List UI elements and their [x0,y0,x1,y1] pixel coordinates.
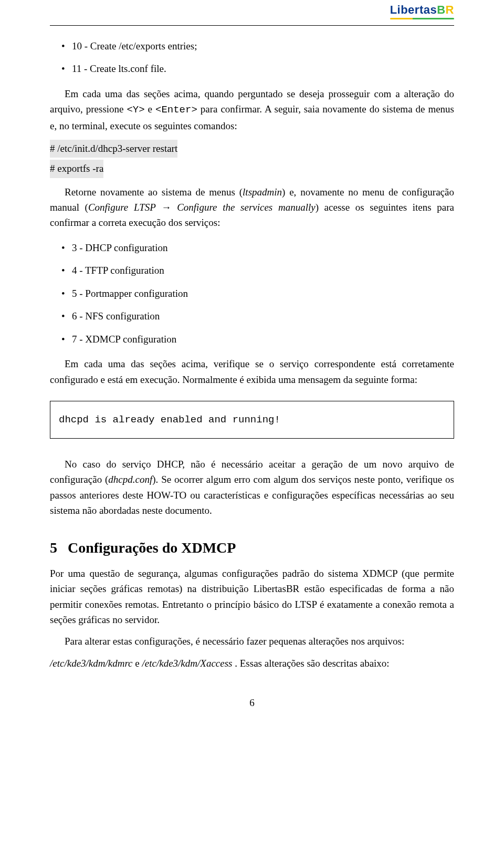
brand-logo: LibertasBR [390,3,454,19]
key-y: <Y> [127,104,144,116]
section-number: 5 [50,540,57,556]
paragraph: Para alterar estas configurações, é nece… [50,634,454,649]
bullet-list-services: 3 - DHCP configuration 4 - TFTP configur… [50,240,454,347]
logo-word-libertas: Libertas [390,3,437,16]
path-kdmrc: /etc/kde3/kdm/kdmrc [50,658,133,669]
paragraph: Em cada uma das seções acima, quando per… [50,86,454,133]
term-dhcpd-conf: dhcpd.conf [108,474,152,485]
logo-letter-b: B [437,3,445,16]
text-run: e [133,658,142,669]
bullet-list-steps: 10 - Create /etc/exports entries; 11 - C… [50,38,454,77]
page-number: 6 [50,697,454,709]
list-item: 5 - Portmapper configuration [72,286,454,301]
list-item: 11 - Create lts.conf file. [72,61,454,76]
list-item: 7 - XDMCP configuration [72,331,454,347]
text-run: e [145,103,155,115]
paragraph: Retorne novamente ao sistema de menus (l… [50,184,454,231]
text-run: . Essas alterações são descritas abaixo: [232,658,389,669]
list-item: 6 - NFS configuration [72,308,454,324]
logo-underline-icon [390,18,454,19]
key-enter: <Enter> [155,104,197,116]
command-line: # exportfs -ra [50,160,103,178]
logo-letter-r: R [446,3,454,16]
term-configure-services: Configure the services manually [177,202,315,213]
command-line: # /etc/init.d/dhcp3-server restart [50,140,177,158]
text-run: Retorne novamente ao sistema de menus ( [65,186,243,198]
list-item: 3 - DHCP configuration [72,240,454,255]
list-item: 4 - TFTP configuration [72,263,454,278]
output-box: dhcpd is already enabled and running! [50,401,454,439]
section-title: Configurações do XDMCP [68,540,236,556]
brand-logo-text: LibertasBR [390,3,454,19]
paragraph: Por uma questão de segurança, algumas co… [50,566,454,628]
path-xaccess: /etc/kde3/kdm/Xaccess [142,658,233,669]
term-ltspadmin: ltspadmin [243,186,282,198]
section-heading: 5Configurações do XDMCP [50,540,454,556]
header-rule [50,25,454,26]
arrow-icon: → [156,202,177,213]
term-configure-ltsp: Configure LTSP [88,202,156,213]
paragraph: /etc/kde3/kdm/kdmrc e /etc/kde3/kdm/Xacc… [50,656,454,671]
paragraph: No caso do serviço DHCP, não é necessári… [50,457,454,519]
page: LibertasBR 10 - Create /etc/exports entr… [0,0,504,724]
list-item: 10 - Create /etc/exports entries; [72,38,454,54]
paragraph: Em cada uma das seções acima, verifique … [50,356,454,387]
